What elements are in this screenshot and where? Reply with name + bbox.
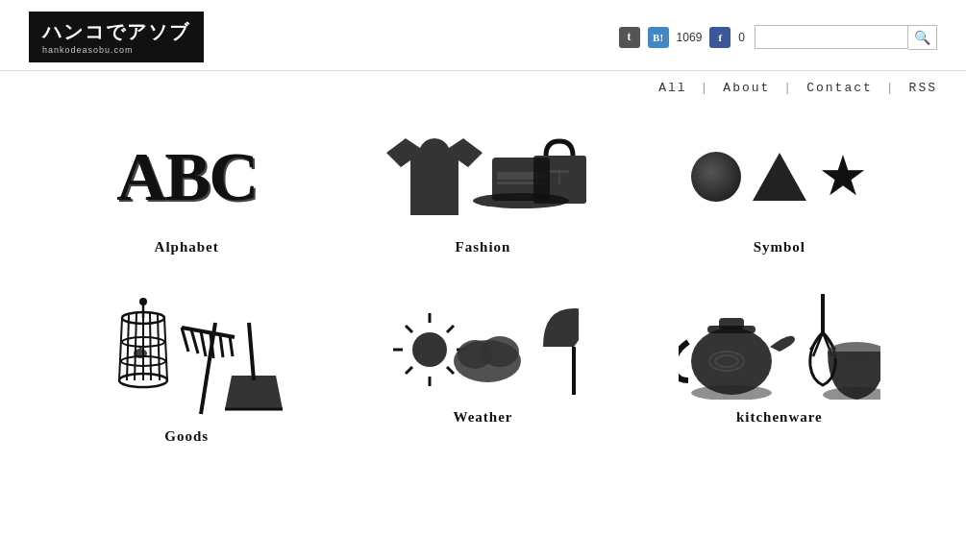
- fb-count: 0: [738, 31, 745, 44]
- facebook-icon[interactable]: f: [709, 27, 731, 48]
- svg-line-26: [201, 331, 206, 356]
- star-icon: ★: [818, 149, 868, 205]
- nav-sep-2: |: [783, 81, 793, 95]
- twitter-icon[interactable]: t: [619, 27, 640, 48]
- svg-point-50: [691, 385, 772, 400]
- svg-point-9: [139, 298, 147, 305]
- main-content: ABC Alphabet: [0, 105, 966, 483]
- svg-point-43: [481, 336, 519, 367]
- svg-line-10: [119, 318, 122, 380]
- svg-point-45: [691, 328, 772, 395]
- goods-image: [90, 294, 283, 419]
- search-button[interactable]: 🔍: [908, 25, 937, 50]
- kitchenware-image: [679, 294, 880, 400]
- svg-line-28: [220, 335, 223, 357]
- symbol-shapes: ★: [691, 149, 868, 205]
- goods-label: Goods: [164, 428, 209, 445]
- main-nav: All | About | Contact | RSS: [0, 71, 966, 105]
- svg-line-11: [127, 315, 129, 380]
- svg-point-57: [823, 387, 880, 400]
- logo-subtitle: hankodeasobu.com: [42, 45, 190, 55]
- nav-rss[interactable]: RSS: [909, 81, 937, 95]
- logo-title: ハンコでアソブ: [42, 19, 190, 45]
- site-logo[interactable]: ハンコでアソブ hankodeasobu.com: [29, 12, 204, 62]
- svg-line-40: [406, 367, 412, 374]
- svg-line-15: [158, 315, 160, 380]
- alphabet-image: ABC: [116, 124, 257, 230]
- circle-icon: [691, 152, 741, 202]
- svg-line-38: [447, 367, 454, 374]
- category-alphabet[interactable]: ABC Alphabet: [48, 124, 325, 256]
- weather-svg: [386, 299, 579, 395]
- category-symbol[interactable]: ★ Symbol: [641, 124, 918, 256]
- category-goods[interactable]: Goods: [48, 294, 325, 445]
- alphabet-icon: ABC: [116, 137, 257, 217]
- svg-line-16: [164, 318, 167, 380]
- category-grid: ABC Alphabet: [48, 124, 918, 445]
- weather-image: [386, 294, 579, 400]
- search-input[interactable]: [755, 25, 908, 49]
- svg-line-24: [182, 328, 188, 352]
- fashion-label: Fashion: [456, 239, 511, 256]
- triangle-icon: [753, 153, 806, 201]
- category-fashion[interactable]: Fashion: [344, 124, 621, 256]
- symbol-label: Symbol: [754, 239, 805, 256]
- svg-line-25: [191, 329, 198, 353]
- fashion-image: [377, 124, 588, 230]
- goods-svg: [90, 294, 283, 419]
- social-icons: t B! 1069 f 0: [619, 27, 745, 48]
- svg-line-23: [182, 328, 235, 337]
- svg-line-37: [406, 326, 412, 332]
- category-kitchenware[interactable]: kitchenware: [641, 294, 918, 445]
- nav-about[interactable]: About: [723, 81, 770, 95]
- svg-point-20: [134, 349, 147, 358]
- symbol-image: ★: [691, 124, 868, 230]
- kitchenware-svg: [679, 294, 880, 400]
- site-header: ハンコでアソブ hankodeasobu.com t B! 1069 f 0 🔍: [0, 0, 966, 71]
- alphabet-label: Alphabet: [155, 239, 219, 256]
- nav-sep-1: |: [701, 81, 710, 95]
- svg-line-30: [249, 323, 254, 380]
- svg-line-29: [230, 336, 233, 356]
- nav-all[interactable]: All: [658, 81, 686, 95]
- header-right: t B! 1069 f 0 🔍: [619, 25, 937, 50]
- fashion-svg: [377, 129, 588, 225]
- nav-contact[interactable]: Contact: [806, 81, 873, 95]
- weather-label: Weather: [454, 409, 513, 426]
- hatena-count: 1069: [677, 31, 703, 44]
- hatena-icon[interactable]: B!: [648, 27, 669, 48]
- svg-point-32: [412, 332, 447, 367]
- search-area: 🔍: [755, 25, 937, 50]
- svg-line-39: [447, 326, 454, 332]
- svg-rect-47: [719, 318, 744, 329]
- nav-sep-3: |: [886, 81, 896, 95]
- kitchenware-label: kitchenware: [736, 409, 823, 426]
- category-weather[interactable]: Weather: [344, 294, 621, 445]
